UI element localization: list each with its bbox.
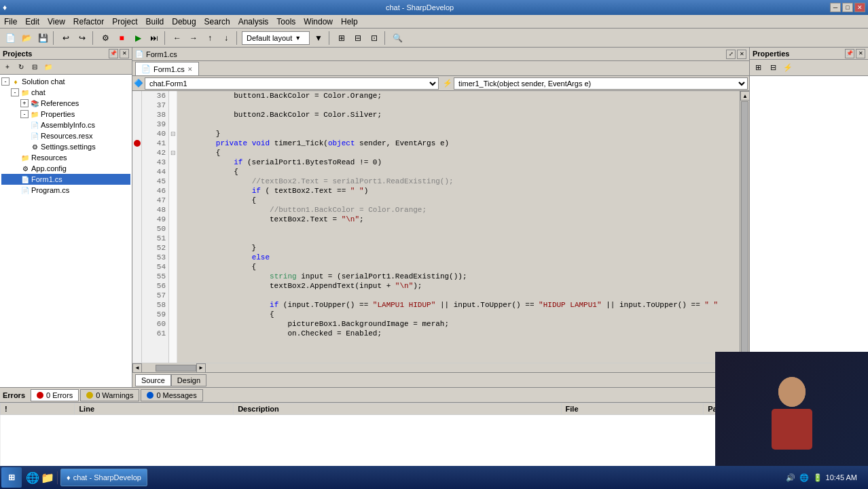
source-tab[interactable]: Source: [135, 374, 171, 386]
resources-resx-item[interactable]: 📄 Resources.resx: [1, 130, 130, 141]
new-file-button[interactable]: 📄: [3, 31, 18, 46]
ie-button[interactable]: 🌐: [26, 471, 39, 484]
explorer-button[interactable]: 📁: [41, 471, 54, 484]
maximize-button[interactable]: □: [842, 3, 853, 12]
solution-label: Solution chat: [22, 77, 65, 86]
view-split-btn[interactable]: ⊟: [350, 31, 365, 46]
solution-root[interactable]: - ♦ Solution chat: [1, 76, 130, 87]
hscroll-thumb[interactable]: [156, 365, 196, 372]
errors-tab[interactable]: 0 Errors: [31, 389, 79, 401]
method-selector[interactable]: timer1_Tick(object sender, EventArgs e): [454, 77, 748, 90]
form1-tab[interactable]: 📄 Form1.cs ✕: [135, 62, 199, 75]
menu-edit[interactable]: Edit: [21, 16, 43, 28]
step-button[interactable]: ⏭: [147, 31, 162, 46]
menu-help[interactable]: Help: [337, 16, 362, 28]
class-selector[interactable]: chat.Form1: [145, 77, 439, 90]
messages-tab[interactable]: 0 Messages: [141, 389, 202, 401]
chat-expand-icon[interactable]: -: [11, 88, 19, 96]
sharpdevelop-taskbar-item[interactable]: ♦ chat - SharpDevelop: [60, 469, 147, 486]
menu-window[interactable]: Window: [300, 16, 337, 28]
program-item[interactable]: 📄 Program.cs: [1, 185, 130, 196]
form1-item[interactable]: 📄 Form1.cs: [1, 174, 130, 185]
references-item[interactable]: + 📚 References: [1, 98, 130, 109]
menu-project[interactable]: Project: [108, 16, 141, 28]
appconfig-item[interactable]: ⚙ App.config: [1, 163, 130, 174]
hscroll-right-btn[interactable]: ►: [196, 363, 206, 373]
redo-button[interactable]: ↪: [75, 31, 90, 46]
view-single-btn[interactable]: ⊡: [367, 31, 382, 46]
menu-view[interactable]: View: [43, 16, 69, 28]
code-content[interactable]: button1.BackColor = Color.Orange; button…: [177, 91, 740, 363]
minimize-button[interactable]: ─: [830, 3, 841, 12]
scroll-thumb[interactable]: [741, 101, 748, 352]
fold-40-icon[interactable]: ⊟: [170, 130, 176, 137]
props-close-button[interactable]: ✕: [856, 49, 865, 58]
taskbar: ⊞ 🌐 📁 ♦ chat - SharpDevelop 🔊 🌐 🔋 10:45 …: [0, 466, 868, 489]
stop-button[interactable]: ■: [114, 31, 129, 46]
layout-options-button[interactable]: ▼: [311, 31, 326, 46]
col-line: Line: [75, 403, 234, 415]
app-icon: ♦: [3, 3, 7, 12]
search-toolbar-btn[interactable]: 🔍: [390, 31, 405, 46]
properties-folder-icon: 📁: [30, 109, 39, 119]
nav-up[interactable]: ↑: [202, 31, 217, 46]
references-expand-icon[interactable]: +: [20, 99, 29, 107]
vertical-scrollbar[interactable]: ▲ ▼: [740, 91, 749, 363]
view-tabs-bar: Source Design: [132, 372, 749, 387]
nav-down[interactable]: ↓: [219, 31, 234, 46]
menu-debug[interactable]: Debug: [168, 16, 200, 28]
form1-tab-close[interactable]: ✕: [187, 66, 193, 73]
menu-search[interactable]: Search: [200, 16, 234, 28]
scroll-up-btn[interactable]: ▲: [740, 91, 749, 101]
menu-analysis[interactable]: Analysis: [234, 16, 273, 28]
properties-expand-icon[interactable]: -: [20, 110, 29, 118]
chat-icon: 📁: [20, 88, 30, 97]
hscroll-left-btn[interactable]: ◄: [132, 363, 142, 373]
view-layout-btn[interactable]: ⊞: [334, 31, 349, 46]
menu-refactor[interactable]: Refactor: [69, 16, 108, 28]
nav-back[interactable]: ←: [170, 31, 185, 46]
run-button[interactable]: ▶: [130, 31, 145, 46]
toolbar-sep-2: [92, 31, 95, 45]
refresh-btn[interactable]: ↻: [15, 61, 27, 73]
nav-fwd[interactable]: →: [186, 31, 201, 46]
linenum-55: 55: [142, 272, 168, 281]
code-line-40: }: [180, 129, 737, 139]
close-button[interactable]: ✕: [854, 3, 865, 12]
horizontal-scrollbar[interactable]: ◄ ►: [132, 363, 749, 372]
code-line-45: //textBox2.Text = serialPort1.ReadExisti…: [180, 177, 737, 186]
panel-pin-button[interactable]: 📌: [109, 49, 118, 58]
properties-tree-item[interactable]: - 📁 Properties: [1, 109, 130, 120]
start-button[interactable]: ⊞: [1, 467, 22, 488]
undo-button[interactable]: ↩: [58, 31, 73, 46]
editor-float-btn[interactable]: ⤢: [726, 50, 736, 59]
editor-close-btn[interactable]: ✕: [737, 50, 746, 59]
fold-42-icon[interactable]: ⊟: [170, 149, 176, 156]
line-numbers: 36 37 38 39 40 41 42 43 44 45 46 47 48 4…: [142, 91, 169, 363]
layout-dropdown-arrow: ▼: [295, 35, 301, 41]
design-tab[interactable]: Design: [171, 374, 206, 386]
add-project-btn[interactable]: +: [1, 61, 14, 73]
warnings-tab[interactable]: 0 Warnings: [80, 389, 139, 401]
resources-item[interactable]: 📁 Resources: [1, 152, 130, 163]
menu-file[interactable]: File: [0, 16, 21, 28]
solution-expand-icon[interactable]: -: [1, 77, 10, 86]
show-all-btn[interactable]: 📁: [42, 61, 54, 73]
save-button[interactable]: 💾: [35, 31, 50, 46]
build-button[interactable]: ⚙: [98, 31, 113, 46]
chat-project[interactable]: - 📁 chat: [1, 87, 130, 98]
menu-tools[interactable]: Tools: [272, 16, 300, 28]
props-events-btn[interactable]: ⚡: [781, 61, 795, 75]
layout-dropdown[interactable]: Default layout ▼: [242, 31, 310, 45]
props-sort-btn[interactable]: ⊟: [766, 61, 780, 75]
collapse-all-btn[interactable]: ⊟: [29, 61, 41, 73]
settings-item[interactable]: ⚙ Settings.settings: [1, 141, 130, 152]
linenum-45: 45: [142, 177, 168, 186]
panel-close-button[interactable]: ✕: [120, 49, 129, 58]
props-category-btn[interactable]: ⊞: [751, 61, 765, 75]
menu-build[interactable]: Build: [142, 16, 168, 28]
open-button[interactable]: 📂: [19, 31, 34, 46]
code-line-38: button2.BackColor = Color.Silver;: [180, 110, 737, 120]
assemblyinfo-item[interactable]: 📄 AssemblyInfo.cs: [1, 120, 130, 130]
props-pin-button[interactable]: 📌: [845, 49, 854, 58]
